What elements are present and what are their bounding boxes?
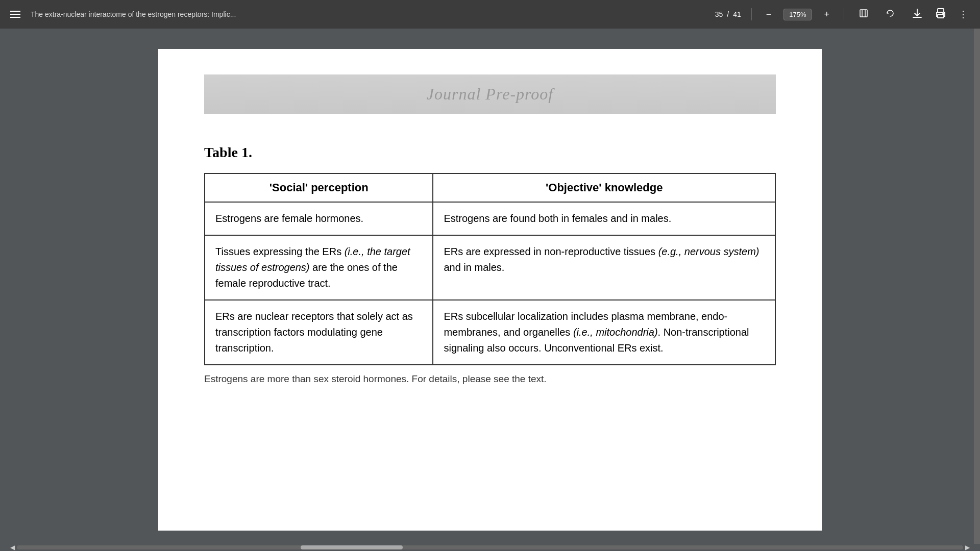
comparison-table: 'Social' perception 'Objective' knowledg…: [204, 173, 776, 365]
table-heading: Table 1.: [204, 144, 776, 161]
document-title: The extra-nuclear interactome of the est…: [31, 10, 707, 18]
objective-knowledge-cell: ERs subcellular localization includes pl…: [433, 300, 775, 365]
table-row: Tissues expressing the ERs (i.e., the ta…: [205, 235, 775, 300]
print-button[interactable]: [931, 6, 950, 23]
print-icon: [935, 8, 946, 21]
social-perception-cell: Tissues expressing the ERs (i.e., the ta…: [205, 235, 433, 300]
scroll-left-icon[interactable]: ◀: [8, 544, 17, 551]
toolbar-right-actions: ⋮: [908, 6, 972, 23]
table-row: Estrogens are female hormones.Estrogens …: [205, 202, 775, 235]
social-perception-cell: Estrogens are female hormones.: [205, 202, 433, 235]
scroll-right-icon[interactable]: ▶: [963, 544, 972, 551]
journal-banner: Journal Pre-proof: [204, 74, 776, 114]
scrollbar-thumb[interactable]: [301, 545, 403, 549]
divider: [751, 8, 752, 20]
bottom-scrollbar[interactable]: ◀ ▶: [0, 544, 980, 551]
rotate-icon: [885, 8, 895, 21]
download-icon: [912, 8, 923, 21]
zoom-level[interactable]: 175%: [783, 9, 812, 20]
page-total: 41: [733, 10, 741, 18]
zoom-out-button[interactable]: −: [762, 7, 776, 22]
objective-knowledge-cell: Estrogens are found both in females and …: [433, 202, 775, 235]
table-caption: Estrogens are more than sex steroid horm…: [204, 373, 776, 385]
divider2: [844, 8, 844, 20]
journal-banner-text: Journal Pre-proof: [427, 85, 553, 103]
download-button[interactable]: [908, 6, 927, 23]
zoom-in-button[interactable]: +: [820, 7, 834, 22]
col1-header: 'Social' perception: [205, 173, 433, 202]
col2-header: 'Objective' knowledge: [433, 173, 775, 202]
rotate-button[interactable]: [881, 6, 899, 23]
svg-point-6: [943, 13, 944, 14]
right-scrollbar[interactable]: [974, 29, 980, 551]
scrollbar-track[interactable]: [17, 545, 963, 549]
page-current: 35: [715, 10, 723, 18]
menu-button[interactable]: [8, 9, 22, 20]
main-content: Journal Pre-proof Table 1. 'Social' perc…: [0, 29, 980, 551]
table-row: ERs are nuclear receptors that solely ac…: [205, 300, 775, 365]
fit-page-icon: [859, 8, 869, 21]
fit-page-button[interactable]: [854, 6, 873, 23]
social-perception-cell: ERs are nuclear receptors that solely ac…: [205, 300, 433, 365]
svg-rect-4: [938, 9, 944, 12]
more-options-icon: ⋮: [959, 9, 968, 20]
more-options-button[interactable]: ⋮: [954, 7, 972, 22]
page-navigation: 35 / 41: [715, 10, 741, 18]
pdf-page: Journal Pre-proof Table 1. 'Social' perc…: [158, 49, 822, 531]
svg-rect-5: [938, 14, 944, 18]
toolbar: The extra-nuclear interactome of the est…: [0, 0, 980, 29]
objective-knowledge-cell: ERs are expressed in non-reproductive ti…: [433, 235, 775, 300]
svg-rect-0: [860, 10, 867, 17]
zoom-in-icon: +: [824, 9, 829, 20]
zoom-out-icon: −: [766, 9, 772, 20]
